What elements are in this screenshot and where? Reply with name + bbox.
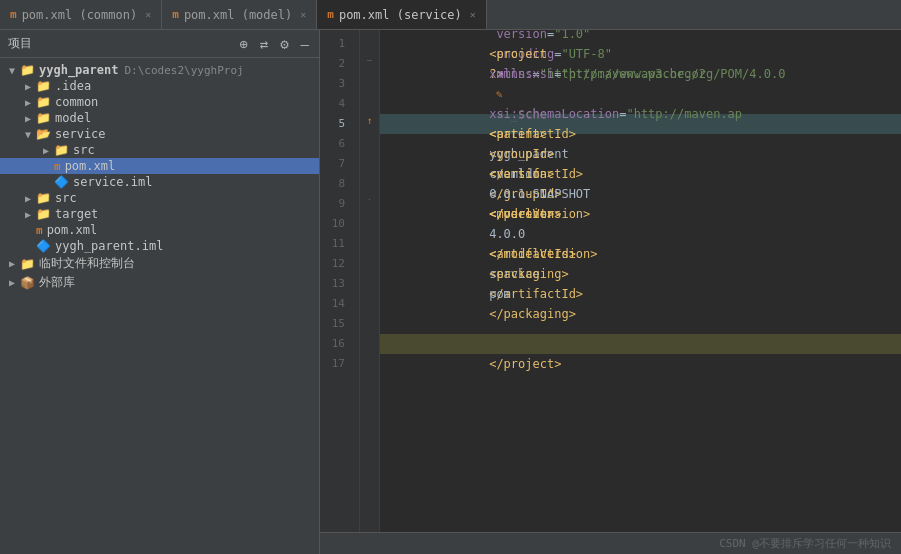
sync-icon[interactable]: ⇄ xyxy=(258,34,270,54)
root-folder-icon: 📁 xyxy=(20,63,35,77)
settings-icon[interactable]: ⚙ xyxy=(278,34,290,54)
gutter-14 xyxy=(360,290,379,310)
xml-file-icon: m xyxy=(36,224,43,237)
gutter-10 xyxy=(360,210,379,230)
iml-file-icon: 🔷 xyxy=(54,175,69,189)
tab-label: pom.xml (service) xyxy=(339,8,462,22)
line-num-14: 14 xyxy=(320,294,351,314)
folder-open-icon: 📂 xyxy=(36,127,51,141)
tree-item-src[interactable]: ▶ 📁 src xyxy=(0,190,319,206)
tab-icon: m xyxy=(172,8,179,21)
tab-icon: m xyxy=(10,8,17,21)
tree-label: 外部库 xyxy=(39,274,75,291)
tree-label: model xyxy=(55,111,91,125)
arrow-icon: ▶ xyxy=(38,145,54,156)
tree-item-root-pomxml[interactable]: m pom.xml xyxy=(0,222,319,238)
tree-label: src xyxy=(73,143,95,157)
arrow-icon: ▼ xyxy=(4,65,20,76)
code-line-17: </project> xyxy=(380,354,901,374)
folder-icon: 📦 xyxy=(20,276,35,290)
main-content: 项目 ⊕ ⇄ ⚙ — ▼ 📁 yygh_parent D:\codes2\yyg… xyxy=(0,30,901,554)
tree-label: src xyxy=(55,191,77,205)
folder-icon: 📁 xyxy=(36,79,51,93)
arrow-icon: ▶ xyxy=(4,277,20,288)
gutter-17 xyxy=(360,350,379,370)
tab-close-icon[interactable]: ✕ xyxy=(145,9,151,20)
tree-path: D:\codes2\yyghProj xyxy=(124,64,243,77)
tree-label: target xyxy=(55,207,98,221)
folder-icon: 📁 xyxy=(36,111,51,125)
tree-item-root-iml[interactable]: 🔷 yygh_parent.iml xyxy=(0,238,319,254)
line-num-12: 12 xyxy=(320,254,351,274)
gutter-13 xyxy=(360,270,379,290)
line-num-9: 9 xyxy=(320,194,351,214)
tree-label: service.iml xyxy=(73,175,152,189)
code-line-13: <packaging> pom </packaging> xyxy=(380,274,901,294)
editor-area: 1 2 3 4 5 6 7 8 9 10 11 12 13 14 15 16 1 xyxy=(320,30,901,554)
tree-label: yygh_parent.iml xyxy=(55,239,163,253)
tree-item-model[interactable]: ▶ 📁 model xyxy=(0,110,319,126)
code-area[interactable]: <?xml version="1.0" encoding="UTF-8" ?> … xyxy=(380,30,901,532)
arrow-icon: ▶ xyxy=(20,209,36,220)
gutter-16 xyxy=(360,330,379,350)
line-gutter: ─ ↑ · xyxy=(360,30,380,532)
editor-content: 1 2 3 4 5 6 7 8 9 10 11 12 13 14 15 16 1 xyxy=(320,30,901,532)
line-num-6: 6 xyxy=(320,134,351,154)
tree-item-root[interactable]: ▼ 📁 yygh_parent D:\codes2\yyghProj xyxy=(0,62,319,78)
code-content: <packaging> pom </packaging> xyxy=(388,224,576,344)
tab-common[interactable]: m pom.xml (common) ✕ xyxy=(0,0,162,29)
tab-bar: m pom.xml (common) ✕ m pom.xml (model) ✕… xyxy=(0,0,901,30)
tree-label: pom.xml xyxy=(47,223,98,237)
xml-file-icon: m xyxy=(54,160,61,173)
gutter-9: · xyxy=(360,190,379,210)
line-num-5: 5 xyxy=(320,114,351,134)
arrow-icon: ▶ xyxy=(20,113,36,124)
code-content: </project> xyxy=(388,334,561,394)
gutter-11 xyxy=(360,230,379,250)
tree-item-service-src[interactable]: ▶ 📁 src xyxy=(0,142,319,158)
gutter-6 xyxy=(360,130,379,150)
line-num-11: 11 xyxy=(320,234,351,254)
tree-item-idea[interactable]: ▶ 📁 .idea xyxy=(0,78,319,94)
tree-item-temp[interactable]: ▶ 📁 临时文件和控制台 xyxy=(0,254,319,273)
tree-item-service-iml[interactable]: 🔷 service.iml xyxy=(0,174,319,190)
sidebar-tree[interactable]: ▼ 📁 yygh_parent D:\codes2\yyghProj ▶ 📁 .… xyxy=(0,58,319,554)
sidebar-title: 项目 xyxy=(8,35,229,52)
tab-close-icon[interactable]: ✕ xyxy=(470,9,476,20)
folder-icon: 📁 xyxy=(36,191,51,205)
folder-icon: 📁 xyxy=(20,257,35,271)
gutter-2: ─ xyxy=(360,50,379,70)
tree-label: service xyxy=(55,127,106,141)
tree-item-target[interactable]: ▶ 📁 target xyxy=(0,206,319,222)
tree-item-service[interactable]: ▼ 📂 service xyxy=(0,126,319,142)
gutter-3 xyxy=(360,70,379,90)
target-folder-icon: 📁 xyxy=(36,207,51,221)
line-num-8: 8 xyxy=(320,174,351,194)
gutter-1 xyxy=(360,30,379,50)
tab-close-icon[interactable]: ✕ xyxy=(300,9,306,20)
tab-model[interactable]: m pom.xml (model) ✕ xyxy=(162,0,317,29)
tree-item-common[interactable]: ▶ 📁 common xyxy=(0,94,319,110)
tree-item-service-pomxml[interactable]: m pom.xml xyxy=(0,158,319,174)
tab-label: pom.xml (model) xyxy=(184,8,292,22)
folder-icon: 📁 xyxy=(54,143,69,157)
line-num-13: 13 xyxy=(320,274,351,294)
tree-item-external[interactable]: ▶ 📦 外部库 xyxy=(0,273,319,292)
arrow-icon: ▶ xyxy=(20,97,36,108)
line-num-1: 1 xyxy=(320,34,351,54)
sidebar: 项目 ⊕ ⇄ ⚙ — ▼ 📁 yygh_parent D:\codes2\yyg… xyxy=(0,30,320,554)
gutter-15 xyxy=(360,310,379,330)
sidebar-toolbar: 项目 ⊕ ⇄ ⚙ — xyxy=(0,30,319,58)
status-bar: CSDN @不要排斥学习任何一种知识 xyxy=(320,532,901,554)
line-num-10: 10 xyxy=(320,214,351,234)
line-num-15: 15 xyxy=(320,314,351,334)
gutter-5: ↑ xyxy=(360,110,379,130)
line-num-16: 16 xyxy=(320,334,351,354)
tab-service[interactable]: m pom.xml (service) ✕ xyxy=(317,0,486,29)
tab-icon: m xyxy=(327,8,334,21)
add-icon[interactable]: ⊕ xyxy=(237,34,249,54)
arrow-icon: ▶ xyxy=(20,193,36,204)
tree-label: yygh_parent xyxy=(39,63,118,77)
collapse-icon[interactable]: — xyxy=(299,34,311,54)
tree-label: common xyxy=(55,95,98,109)
